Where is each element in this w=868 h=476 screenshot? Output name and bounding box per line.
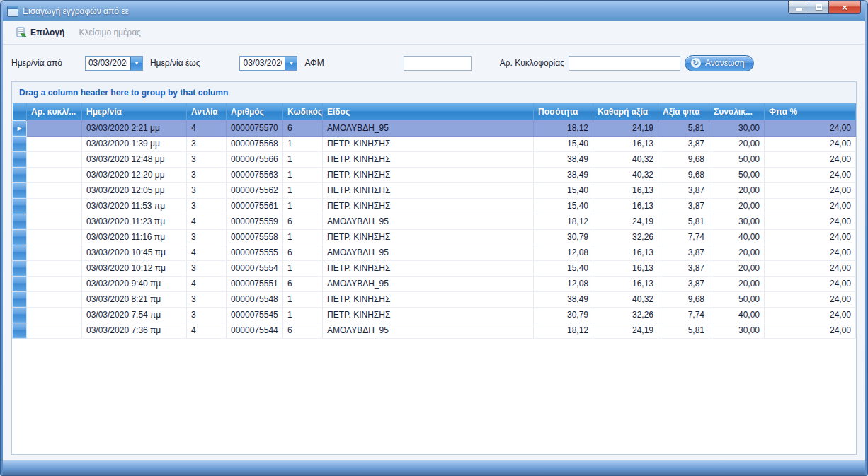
cell[interactable] — [27, 323, 82, 338]
cell[interactable]: 24,00 — [765, 307, 856, 323]
date-from-input[interactable] — [86, 57, 130, 70]
cell[interactable]: 24,00 — [765, 229, 856, 245]
cell[interactable] — [27, 120, 82, 136]
cell[interactable]: 03/03/2020 11:53 πμ — [82, 198, 187, 214]
cell[interactable]: 24,00 — [765, 245, 856, 260]
cell[interactable]: 7,74 — [658, 307, 709, 323]
cell[interactable] — [27, 307, 82, 323]
cell[interactable]: 03/03/2020 2:21 μμ — [82, 120, 187, 136]
cell[interactable]: 6 — [283, 245, 323, 260]
date-from-dropdown-button[interactable]: ▼ — [130, 57, 142, 70]
table-row[interactable]: 03/03/2020 10:45 πμ400000755556ΑΜΟΛΥΒΔΗ_… — [13, 245, 856, 260]
cell[interactable]: 3 — [187, 260, 227, 276]
cell[interactable]: 24,19 — [593, 120, 658, 136]
cell[interactable]: 12,08 — [534, 276, 593, 291]
cell[interactable]: 38,49 — [534, 167, 593, 182]
column-header-7[interactable]: Καθαρή αξία — [593, 103, 658, 120]
cell[interactable]: 3 — [187, 136, 227, 151]
cell[interactable]: ΑΜΟΛΥΒΔΗ_95 — [323, 214, 534, 229]
column-header-3[interactable]: Αριθμός — [227, 103, 283, 120]
table-row[interactable]: 03/03/2020 11:16 πμ300000755581ΠΕΤΡ. ΚΙΝ… — [13, 229, 856, 245]
cell[interactable]: 3 — [187, 182, 227, 198]
group-by-hint[interactable]: Drag a column header here to group by th… — [12, 82, 856, 103]
cell[interactable]: 9,68 — [658, 291, 709, 307]
cell[interactable]: 24,00 — [765, 276, 856, 291]
cell[interactable]: 30,79 — [534, 307, 593, 323]
cell[interactable]: 03/03/2020 11:23 πμ — [82, 214, 187, 229]
cell[interactable]: ΠΕΤΡ. ΚΙΝΗΣΗΣ — [323, 229, 534, 245]
cell[interactable]: 3,87 — [658, 136, 709, 151]
cell[interactable]: 32,26 — [593, 307, 658, 323]
plate-number-input[interactable] — [569, 56, 680, 71]
cell[interactable]: 32,26 — [593, 229, 658, 245]
cell[interactable]: ΑΜΟΛΥΒΔΗ_95 — [323, 120, 534, 136]
cell[interactable]: 6 — [283, 214, 323, 229]
table-row[interactable]: 03/03/2020 8:21 πμ300000755481ΠΕΤΡ. ΚΙΝΗ… — [13, 291, 856, 307]
cell[interactable]: 1 — [283, 151, 323, 167]
cell[interactable] — [27, 198, 82, 214]
cell[interactable]: ΑΜΟΛΥΒΔΗ_95 — [323, 276, 534, 291]
cell[interactable]: ΠΕΤΡ. ΚΙΝΗΣΗΣ — [323, 198, 534, 214]
cell[interactable]: 0000075562 — [227, 182, 283, 198]
row-indicator[interactable] — [13, 260, 27, 276]
column-header-1[interactable]: Ημερ/νία — [82, 103, 187, 120]
cell[interactable]: 03/03/2020 12:05 μμ — [82, 182, 187, 198]
table-row[interactable]: 03/03/2020 11:23 πμ400000755596ΑΜΟΛΥΒΔΗ_… — [13, 214, 856, 229]
cell[interactable]: 3,87 — [658, 276, 709, 291]
cell[interactable]: 03/03/2020 12:48 μμ — [82, 151, 187, 167]
cell[interactable]: 0000075563 — [227, 167, 283, 182]
cell[interactable] — [27, 291, 82, 307]
cell[interactable]: 7,74 — [658, 229, 709, 245]
row-indicator[interactable]: ▶ — [13, 120, 27, 136]
cell[interactable]: 1 — [283, 167, 323, 182]
cell[interactable]: 03/03/2020 10:45 πμ — [82, 245, 187, 260]
cell[interactable]: 0000075548 — [227, 291, 283, 307]
cell[interactable] — [27, 167, 82, 182]
cell[interactable]: 3 — [187, 229, 227, 245]
cell[interactable]: 03/03/2020 10:12 πμ — [82, 260, 187, 276]
cell[interactable] — [27, 136, 82, 151]
cell[interactable]: 3,87 — [658, 260, 709, 276]
row-indicator[interactable] — [13, 291, 27, 307]
row-indicator[interactable] — [13, 151, 27, 167]
cell[interactable]: 30,79 — [534, 229, 593, 245]
cell[interactable]: 20,00 — [709, 182, 765, 198]
cell[interactable]: 03/03/2020 1:39 μμ — [82, 136, 187, 151]
cell[interactable]: 5,81 — [658, 323, 709, 338]
cell[interactable]: 16,13 — [593, 136, 658, 151]
table-row[interactable]: ▶03/03/2020 2:21 μμ400000755706ΑΜΟΛΥΒΔΗ_… — [13, 120, 856, 136]
row-indicator[interactable] — [13, 136, 27, 151]
cell[interactable]: 24,00 — [765, 260, 856, 276]
close-button[interactable]: × — [828, 1, 861, 14]
cell[interactable]: ΑΜΟΛΥΒΔΗ_95 — [323, 245, 534, 260]
row-indicator[interactable] — [13, 323, 27, 338]
cell[interactable]: 1 — [283, 291, 323, 307]
cell[interactable]: 24,00 — [765, 136, 856, 151]
cell[interactable]: 30,00 — [709, 323, 765, 338]
cell[interactable]: 4 — [187, 323, 227, 338]
titlebar[interactable]: Εισαγωγή εγγραφών από εε × — [3, 1, 865, 21]
cell[interactable]: ΠΕΤΡ. ΚΙΝΗΣΗΣ — [323, 291, 534, 307]
cell[interactable]: 18,12 — [534, 323, 593, 338]
cell[interactable]: 3,87 — [658, 198, 709, 214]
cell[interactable]: 0000075559 — [227, 214, 283, 229]
row-indicator[interactable] — [13, 214, 27, 229]
column-header-0[interactable]: Αρ. κυκλ/... — [27, 103, 82, 120]
cell[interactable] — [27, 151, 82, 167]
cell[interactable]: 50,00 — [709, 167, 765, 182]
table-row[interactable]: 03/03/2020 12:48 μμ300000755661ΠΕΤΡ. ΚΙΝ… — [13, 151, 856, 167]
cell[interactable]: ΠΕΤΡ. ΚΙΝΗΣΗΣ — [323, 151, 534, 167]
cell[interactable]: 15,40 — [534, 136, 593, 151]
cell[interactable]: 1 — [283, 307, 323, 323]
cell[interactable]: 6 — [283, 120, 323, 136]
column-header-4[interactable]: Κωδικός — [283, 103, 323, 120]
cell[interactable]: 15,40 — [534, 198, 593, 214]
cell[interactable]: 20,00 — [709, 198, 765, 214]
cell[interactable]: 18,12 — [534, 214, 593, 229]
table-row[interactable]: 03/03/2020 10:12 πμ300000755541ΠΕΤΡ. ΚΙΝ… — [13, 260, 856, 276]
cell[interactable]: 16,13 — [593, 198, 658, 214]
cell[interactable]: 50,00 — [709, 151, 765, 167]
cell[interactable]: 1 — [283, 260, 323, 276]
cell[interactable]: 40,32 — [593, 167, 658, 182]
cell[interactable]: 15,40 — [534, 182, 593, 198]
